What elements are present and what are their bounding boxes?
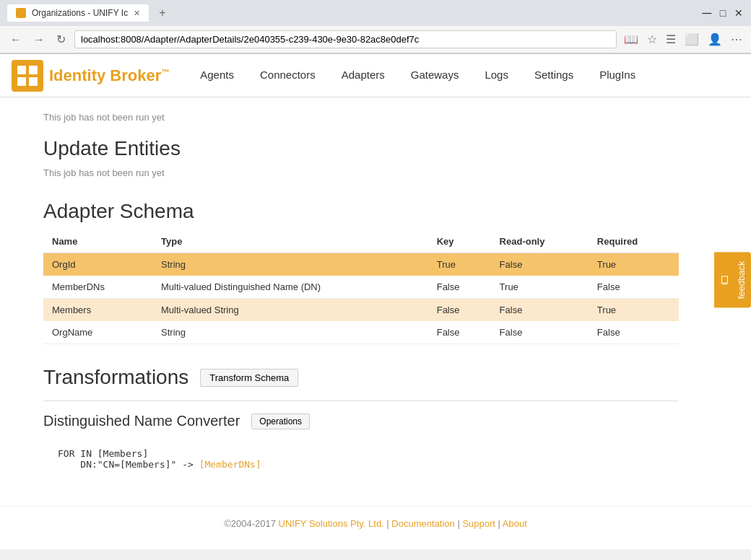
code-line-2: DN:"CN=[Members]" -> [MemberDNs]	[58, 459, 664, 470]
transformations-title: Transformations	[43, 366, 188, 389]
footer-support-link[interactable]: Support	[462, 518, 495, 529]
reader-view-icon[interactable]: 📖	[622, 31, 640, 48]
browser-chrome: Organizations - UNIFY Ic ✕ + ─ □ ✕ ← → ↻…	[0, 0, 751, 54]
svg-rect-3	[29, 77, 38, 86]
tab-close-button[interactable]: ✕	[134, 9, 140, 18]
transformation-name: Distinguished Name Converter Operations	[43, 413, 679, 429]
update-entities-section: Update Entities This job has not been ru…	[43, 137, 679, 178]
transform-schema-button[interactable]: Transform Schema	[200, 369, 298, 387]
footer-sep2: |	[455, 518, 463, 529]
adapter-schema-section: Adapter Schema Name Type Key Read-only R…	[43, 200, 679, 344]
col-readonly: Read-only	[491, 230, 589, 253]
cell-key: False	[428, 299, 491, 322]
tab-title: Organizations - UNIFY Ic	[32, 8, 128, 18]
app-logo: Identity Broker™	[12, 60, 170, 92]
cell-readonly: False	[491, 253, 589, 276]
cell-name: MemberDNs	[43, 276, 152, 299]
svg-rect-0	[17, 66, 26, 74]
transformation-block: Distinguished Name Converter Operations …	[43, 401, 679, 477]
member-dns-link[interactable]: [MemberDNs]	[199, 459, 261, 470]
cell-name: Members	[43, 299, 152, 322]
close-button[interactable]: ✕	[734, 8, 744, 18]
menu-icon[interactable]: ☰	[664, 31, 677, 48]
cell-key: False	[428, 321, 491, 344]
window-controls: ─ □ ✕	[702, 8, 744, 18]
col-type: Type	[152, 230, 428, 253]
footer-about-link[interactable]: About	[503, 518, 527, 529]
svg-rect-2	[17, 77, 26, 86]
transformation-title: Distinguished Name Converter	[43, 413, 240, 429]
cell-required: True	[589, 253, 679, 276]
sidebar-icon[interactable]: ⬜	[683, 31, 700, 48]
browser-toolbar: ← → ↻ 📖 ☆ ☰ ⬜ 👤 ⋯	[0, 26, 751, 53]
table-row: OrgName String False False False	[43, 321, 679, 344]
feedback-icon: 🗒	[719, 274, 732, 286]
footer-sep3: |	[495, 518, 503, 529]
update-entities-title: Update Entities	[43, 137, 679, 160]
cell-readonly: True	[491, 276, 589, 299]
cell-key: True	[428, 253, 491, 276]
svg-rect-1	[29, 66, 38, 74]
schema-table: Name Type Key Read-only Required OrgId S…	[43, 230, 679, 344]
feedback-label: feedback	[736, 261, 747, 299]
cell-key: False	[428, 276, 491, 299]
footer-company-link[interactable]: UNIFY Solutions Pty. Ltd.	[279, 518, 384, 529]
refresh-button[interactable]: ↻	[53, 31, 69, 48]
update-entities-subtitle: This job has not been run yet	[43, 167, 679, 178]
footer-sep1: |	[384, 518, 392, 529]
cell-type: String	[152, 253, 428, 276]
cell-required: False	[589, 321, 679, 344]
initial-job-status: This job has not been run yet	[43, 112, 679, 123]
logo-text: Identity Broker™	[49, 66, 170, 85]
code-block: FOR IN [Members] DN:"CN=[Members]" -> [M…	[43, 441, 679, 477]
back-button[interactable]: ←	[7, 32, 25, 48]
footer-copyright: ©2004-2017	[224, 518, 278, 529]
tab-favicon	[16, 8, 26, 18]
more-icon[interactable]: ⋯	[729, 31, 744, 48]
nav-logs[interactable]: Logs	[472, 54, 521, 97]
nav-adapters[interactable]: Adapters	[329, 54, 398, 97]
browser-titlebar: Organizations - UNIFY Ic ✕ + ─ □ ✕	[0, 0, 751, 26]
cell-required: False	[589, 276, 679, 299]
account-icon[interactable]: 👤	[706, 31, 724, 48]
app-container: Identity Broker™ Agents Connectors Adapt…	[0, 54, 751, 549]
transformations-section: Transformations Transform Schema Disting…	[43, 366, 679, 477]
cell-type: Multi-valued Distinguished Name (DN)	[152, 276, 428, 299]
table-row: OrgId String True False True	[43, 253, 679, 276]
cell-type: Multi-valued String	[152, 299, 428, 322]
app-nav: Identity Broker™ Agents Connectors Adapt…	[0, 54, 751, 97]
minimize-button[interactable]: ─	[702, 8, 712, 18]
new-tab-button[interactable]: +	[155, 5, 170, 21]
forward-button[interactable]: →	[30, 32, 48, 48]
cell-type: String	[152, 321, 428, 344]
adapter-schema-title: Adapter Schema	[43, 200, 679, 223]
code-line-1: FOR IN [Members]	[58, 448, 664, 459]
nav-links: Agents Connectors Adapters Gateways Logs…	[187, 54, 648, 97]
table-row: MemberDNs Multi-valued Distinguished Nam…	[43, 276, 679, 299]
address-bar[interactable]	[74, 30, 617, 48]
toolbar-icons: 📖 ☆ ☰ ⬜ 👤 ⋯	[622, 31, 744, 48]
footer: ©2004-2017 UNIFY Solutions Pty. Ltd. | D…	[0, 506, 751, 541]
col-name: Name	[43, 230, 152, 253]
content-area: This job has not been run yet Update Ent…	[0, 97, 722, 491]
col-required: Required	[589, 230, 679, 253]
transformations-header: Transformations Transform Schema	[43, 366, 679, 389]
bookmark-icon[interactable]: ☆	[646, 31, 659, 48]
maximize-button[interactable]: □	[718, 8, 728, 18]
nav-settings[interactable]: Settings	[521, 54, 586, 97]
nav-plugins[interactable]: PlugIns	[586, 54, 648, 97]
nav-gateways[interactable]: Gateways	[398, 54, 472, 97]
nav-connectors[interactable]: Connectors	[247, 54, 329, 97]
footer-docs-link[interactable]: Documentation	[391, 518, 454, 529]
cell-readonly: False	[491, 321, 589, 344]
feedback-tab[interactable]: 🗒 feedback	[714, 253, 751, 308]
cell-readonly: False	[491, 299, 589, 322]
table-row: Members Multi-valued String False False …	[43, 299, 679, 322]
col-key: Key	[428, 230, 491, 253]
cell-name: OrgId	[43, 253, 152, 276]
logo-icon	[12, 60, 43, 92]
operations-button[interactable]: Operations	[251, 414, 310, 429]
nav-agents[interactable]: Agents	[187, 54, 247, 97]
cell-name: OrgName	[43, 321, 152, 344]
browser-tab: Organizations - UNIFY Ic ✕	[7, 4, 149, 22]
